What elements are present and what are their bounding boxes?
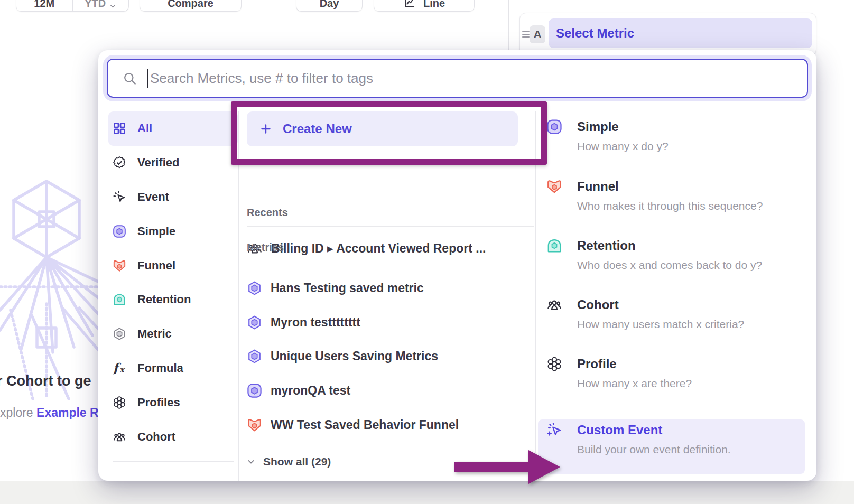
metric-type-text: FunnelWho makes it through this sequence… xyxy=(577,179,763,212)
query-row-badge: A xyxy=(530,25,545,43)
metric-type-text: CohortHow many users match x criteria? xyxy=(577,297,744,331)
range-12m-label: 12M xyxy=(34,0,54,10)
simple-icon xyxy=(546,119,562,135)
granularity-label: Day xyxy=(320,0,339,10)
metric-type-simple[interactable]: SimpleHow many x do y? xyxy=(546,119,816,153)
background-wireframe-illustration xyxy=(0,177,100,494)
app-background-strip xyxy=(0,481,854,504)
compare-label: Compare xyxy=(168,0,214,10)
range-ytd-label: YTD xyxy=(85,0,106,10)
annotation-arrow xyxy=(447,443,565,491)
explore-text: xplore xyxy=(0,406,36,419)
metric-type-title: Simple xyxy=(577,119,669,135)
background-heading-fragment: r Cohort to ge xyxy=(0,373,91,389)
granularity-day-button[interactable]: Day xyxy=(296,0,363,12)
metric-type-description: Who does x and comes back to do y? xyxy=(577,259,762,272)
query-row-letter: A xyxy=(533,28,541,41)
metric-type-title: Cohort xyxy=(577,297,744,313)
chevron-down-icon xyxy=(109,3,116,10)
select-metric-label: Select Metric xyxy=(556,26,634,41)
line-chart-icon xyxy=(403,0,416,9)
metric-type-cohort[interactable]: CohortHow many users match x criteria? xyxy=(546,297,816,331)
metric-type-description: Who makes it through this sequence? xyxy=(577,200,763,212)
example-reports-link[interactable]: Example R xyxy=(36,406,99,419)
metric-type-text: RetentionWho does x and comes back to do… xyxy=(577,238,762,272)
retention-icon xyxy=(546,238,562,254)
metric-type-description: How many x are there? xyxy=(577,377,692,390)
metric-type-text: SimpleHow many x do y? xyxy=(577,119,669,153)
annotation-highlight-box xyxy=(231,101,547,165)
app-canvas: 12M YTD Compare Day Line A Select Metric… xyxy=(0,0,854,504)
metric-type-retention[interactable]: RetentionWho does x and comes back to do… xyxy=(546,238,816,272)
metric-type-custom-event[interactable]: Custom EventBuild your own event definit… xyxy=(546,422,816,456)
drag-handle-icon[interactable] xyxy=(522,28,530,41)
metric-type-text: Custom EventBuild your own event definit… xyxy=(577,422,731,456)
metric-type-profile[interactable]: ProfileHow many x are there? xyxy=(546,356,816,390)
compare-button[interactable]: Compare xyxy=(140,0,242,12)
metric-type-title: Custom Event xyxy=(577,422,731,438)
range-12m-button[interactable]: 12M xyxy=(16,0,72,11)
metric-type-title: Funnel xyxy=(577,179,763,194)
select-metric-button[interactable]: Select Metric xyxy=(549,18,812,48)
profiles-icon xyxy=(546,356,562,372)
metric-type-description: How many users match x criteria? xyxy=(577,318,744,331)
metric-type-title: Retention xyxy=(577,238,762,254)
date-range-segmented-control[interactable]: 12M YTD xyxy=(16,0,129,12)
metric-type-title: Profile xyxy=(577,356,692,372)
chart-type-label: Line xyxy=(423,0,445,10)
cohort-icon xyxy=(546,297,562,313)
chart-type-line-button[interactable]: Line xyxy=(374,0,475,12)
range-ytd-button[interactable]: YTD xyxy=(72,0,129,11)
metric-type-text: ProfileHow many x are there? xyxy=(577,356,692,390)
metric-type-description: Build your own event definition. xyxy=(577,443,731,456)
funnel-icon xyxy=(546,179,562,194)
metric-type-description: How many x do y? xyxy=(577,140,669,153)
custom-event-icon xyxy=(546,422,562,438)
background-explore-line: xplore Example R xyxy=(0,406,99,420)
metric-type-funnel[interactable]: FunnelWho makes it through this sequence… xyxy=(546,179,816,212)
